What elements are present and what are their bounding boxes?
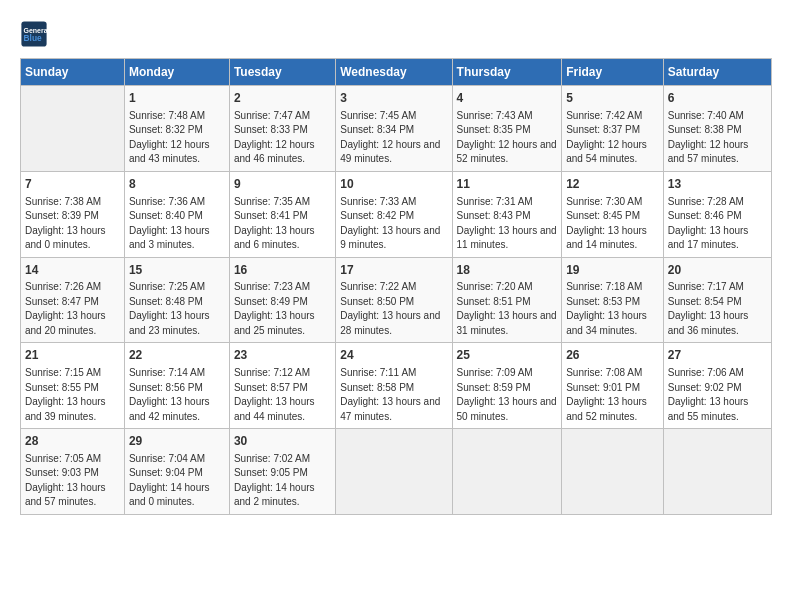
cell-sun-info: Sunrise: 7:35 AMSunset: 8:41 PMDaylight:… xyxy=(234,195,331,253)
date-number: 27 xyxy=(668,347,767,364)
calendar-header-row: SundayMondayTuesdayWednesdayThursdayFrid… xyxy=(21,59,772,86)
cell-sun-info: Sunrise: 7:43 AMSunset: 8:35 PMDaylight:… xyxy=(457,109,558,167)
date-number: 25 xyxy=(457,347,558,364)
day-header-thursday: Thursday xyxy=(452,59,562,86)
day-header-tuesday: Tuesday xyxy=(229,59,335,86)
calendar-cell: 4Sunrise: 7:43 AMSunset: 8:35 PMDaylight… xyxy=(452,86,562,172)
cell-sun-info: Sunrise: 7:28 AMSunset: 8:46 PMDaylight:… xyxy=(668,195,767,253)
calendar-cell: 16Sunrise: 7:23 AMSunset: 8:49 PMDayligh… xyxy=(229,257,335,343)
cell-sun-info: Sunrise: 7:02 AMSunset: 9:05 PMDaylight:… xyxy=(234,452,331,510)
date-number: 18 xyxy=(457,262,558,279)
calendar-week-row: 28Sunrise: 7:05 AMSunset: 9:03 PMDayligh… xyxy=(21,429,772,515)
date-number: 10 xyxy=(340,176,447,193)
calendar-cell: 30Sunrise: 7:02 AMSunset: 9:05 PMDayligh… xyxy=(229,429,335,515)
cell-sun-info: Sunrise: 7:06 AMSunset: 9:02 PMDaylight:… xyxy=(668,366,767,424)
date-number: 11 xyxy=(457,176,558,193)
date-number: 19 xyxy=(566,262,659,279)
cell-sun-info: Sunrise: 7:25 AMSunset: 8:48 PMDaylight:… xyxy=(129,280,225,338)
calendar-cell: 8Sunrise: 7:36 AMSunset: 8:40 PMDaylight… xyxy=(124,171,229,257)
date-number: 17 xyxy=(340,262,447,279)
date-number: 24 xyxy=(340,347,447,364)
calendar-cell: 27Sunrise: 7:06 AMSunset: 9:02 PMDayligh… xyxy=(663,343,771,429)
cell-sun-info: Sunrise: 7:14 AMSunset: 8:56 PMDaylight:… xyxy=(129,366,225,424)
date-number: 20 xyxy=(668,262,767,279)
calendar-cell: 28Sunrise: 7:05 AMSunset: 9:03 PMDayligh… xyxy=(21,429,125,515)
cell-sun-info: Sunrise: 7:48 AMSunset: 8:32 PMDaylight:… xyxy=(129,109,225,167)
date-number: 2 xyxy=(234,90,331,107)
cell-sun-info: Sunrise: 7:05 AMSunset: 9:03 PMDaylight:… xyxy=(25,452,120,510)
calendar-cell: 17Sunrise: 7:22 AMSunset: 8:50 PMDayligh… xyxy=(336,257,452,343)
cell-sun-info: Sunrise: 7:31 AMSunset: 8:43 PMDaylight:… xyxy=(457,195,558,253)
date-number: 3 xyxy=(340,90,447,107)
cell-sun-info: Sunrise: 7:04 AMSunset: 9:04 PMDaylight:… xyxy=(129,452,225,510)
date-number: 21 xyxy=(25,347,120,364)
calendar-cell: 9Sunrise: 7:35 AMSunset: 8:41 PMDaylight… xyxy=(229,171,335,257)
cell-sun-info: Sunrise: 7:40 AMSunset: 8:38 PMDaylight:… xyxy=(668,109,767,167)
day-header-monday: Monday xyxy=(124,59,229,86)
cell-sun-info: Sunrise: 7:30 AMSunset: 8:45 PMDaylight:… xyxy=(566,195,659,253)
date-number: 5 xyxy=(566,90,659,107)
calendar-cell: 21Sunrise: 7:15 AMSunset: 8:55 PMDayligh… xyxy=(21,343,125,429)
cell-sun-info: Sunrise: 7:11 AMSunset: 8:58 PMDaylight:… xyxy=(340,366,447,424)
logo-icon: General Blue xyxy=(20,20,48,48)
calendar-week-row: 21Sunrise: 7:15 AMSunset: 8:55 PMDayligh… xyxy=(21,343,772,429)
day-header-saturday: Saturday xyxy=(663,59,771,86)
calendar-week-row: 1Sunrise: 7:48 AMSunset: 8:32 PMDaylight… xyxy=(21,86,772,172)
calendar-body: 1Sunrise: 7:48 AMSunset: 8:32 PMDaylight… xyxy=(21,86,772,515)
cell-sun-info: Sunrise: 7:33 AMSunset: 8:42 PMDaylight:… xyxy=(340,195,447,253)
date-number: 4 xyxy=(457,90,558,107)
calendar-table: SundayMondayTuesdayWednesdayThursdayFrid… xyxy=(20,58,772,515)
calendar-cell: 25Sunrise: 7:09 AMSunset: 8:59 PMDayligh… xyxy=(452,343,562,429)
date-number: 23 xyxy=(234,347,331,364)
cell-sun-info: Sunrise: 7:26 AMSunset: 8:47 PMDaylight:… xyxy=(25,280,120,338)
calendar-cell: 11Sunrise: 7:31 AMSunset: 8:43 PMDayligh… xyxy=(452,171,562,257)
cell-sun-info: Sunrise: 7:18 AMSunset: 8:53 PMDaylight:… xyxy=(566,280,659,338)
day-header-friday: Friday xyxy=(562,59,664,86)
cell-sun-info: Sunrise: 7:08 AMSunset: 9:01 PMDaylight:… xyxy=(566,366,659,424)
calendar-cell xyxy=(562,429,664,515)
calendar-cell: 12Sunrise: 7:30 AMSunset: 8:45 PMDayligh… xyxy=(562,171,664,257)
calendar-cell: 24Sunrise: 7:11 AMSunset: 8:58 PMDayligh… xyxy=(336,343,452,429)
calendar-week-row: 7Sunrise: 7:38 AMSunset: 8:39 PMDaylight… xyxy=(21,171,772,257)
date-number: 29 xyxy=(129,433,225,450)
cell-sun-info: Sunrise: 7:15 AMSunset: 8:55 PMDaylight:… xyxy=(25,366,120,424)
cell-sun-info: Sunrise: 7:12 AMSunset: 8:57 PMDaylight:… xyxy=(234,366,331,424)
calendar-cell: 29Sunrise: 7:04 AMSunset: 9:04 PMDayligh… xyxy=(124,429,229,515)
logo: General Blue xyxy=(20,20,52,48)
date-number: 14 xyxy=(25,262,120,279)
cell-sun-info: Sunrise: 7:36 AMSunset: 8:40 PMDaylight:… xyxy=(129,195,225,253)
date-number: 13 xyxy=(668,176,767,193)
calendar-cell: 18Sunrise: 7:20 AMSunset: 8:51 PMDayligh… xyxy=(452,257,562,343)
date-number: 28 xyxy=(25,433,120,450)
calendar-cell: 2Sunrise: 7:47 AMSunset: 8:33 PMDaylight… xyxy=(229,86,335,172)
calendar-cell: 10Sunrise: 7:33 AMSunset: 8:42 PMDayligh… xyxy=(336,171,452,257)
date-number: 9 xyxy=(234,176,331,193)
cell-sun-info: Sunrise: 7:09 AMSunset: 8:59 PMDaylight:… xyxy=(457,366,558,424)
date-number: 6 xyxy=(668,90,767,107)
calendar-cell: 22Sunrise: 7:14 AMSunset: 8:56 PMDayligh… xyxy=(124,343,229,429)
calendar-cell: 13Sunrise: 7:28 AMSunset: 8:46 PMDayligh… xyxy=(663,171,771,257)
cell-sun-info: Sunrise: 7:17 AMSunset: 8:54 PMDaylight:… xyxy=(668,280,767,338)
date-number: 22 xyxy=(129,347,225,364)
calendar-cell: 14Sunrise: 7:26 AMSunset: 8:47 PMDayligh… xyxy=(21,257,125,343)
cell-sun-info: Sunrise: 7:20 AMSunset: 8:51 PMDaylight:… xyxy=(457,280,558,338)
cell-sun-info: Sunrise: 7:23 AMSunset: 8:49 PMDaylight:… xyxy=(234,280,331,338)
day-header-sunday: Sunday xyxy=(21,59,125,86)
date-number: 16 xyxy=(234,262,331,279)
date-number: 15 xyxy=(129,262,225,279)
calendar-cell: 20Sunrise: 7:17 AMSunset: 8:54 PMDayligh… xyxy=(663,257,771,343)
page-header: General Blue xyxy=(20,20,772,48)
date-number: 7 xyxy=(25,176,120,193)
calendar-cell: 3Sunrise: 7:45 AMSunset: 8:34 PMDaylight… xyxy=(336,86,452,172)
calendar-cell xyxy=(336,429,452,515)
calendar-cell: 23Sunrise: 7:12 AMSunset: 8:57 PMDayligh… xyxy=(229,343,335,429)
calendar-cell: 15Sunrise: 7:25 AMSunset: 8:48 PMDayligh… xyxy=(124,257,229,343)
cell-sun-info: Sunrise: 7:38 AMSunset: 8:39 PMDaylight:… xyxy=(25,195,120,253)
date-number: 26 xyxy=(566,347,659,364)
calendar-cell xyxy=(452,429,562,515)
calendar-cell: 7Sunrise: 7:38 AMSunset: 8:39 PMDaylight… xyxy=(21,171,125,257)
svg-text:Blue: Blue xyxy=(24,33,42,43)
calendar-cell: 26Sunrise: 7:08 AMSunset: 9:01 PMDayligh… xyxy=(562,343,664,429)
cell-sun-info: Sunrise: 7:47 AMSunset: 8:33 PMDaylight:… xyxy=(234,109,331,167)
date-number: 1 xyxy=(129,90,225,107)
